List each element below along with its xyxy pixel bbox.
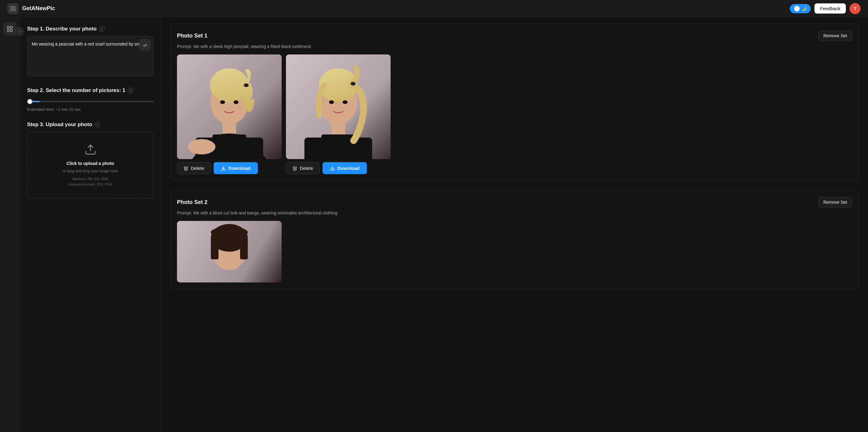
svg-rect-1 [13, 6, 16, 8]
upload-sub-text: or drag and drop your image here [63, 169, 118, 173]
picture-count-slider[interactable] [27, 101, 154, 102]
step1-title: Step 1. Describe your photo [27, 26, 97, 32]
photo-1-2-actions: Delete Download [286, 162, 391, 174]
photo-set-2-title: Photo Set 2 [177, 199, 208, 205]
download-photo-1-1-button[interactable]: Download [214, 162, 258, 174]
svg-rect-3 [13, 9, 16, 11]
upload-info-format: Accepted formats: JPG, PNG [68, 182, 112, 188]
svg-point-20 [234, 100, 239, 104]
svg-rect-7 [10, 30, 12, 31]
photo-set-1-header: Photo Set 1 Remove Set [177, 30, 852, 41]
delete-photo-1-2-button[interactable]: Delete [286, 162, 319, 174]
photo-card-1-1: Delete Download [177, 55, 282, 174]
trash-icon [183, 166, 188, 171]
step2-title: Step 2. Select the number of pictures: 1 [27, 88, 125, 94]
download-icon [221, 166, 226, 171]
step1-info-icon[interactable]: i [99, 26, 105, 32]
app-title: GetANewPic [22, 5, 55, 12]
chevron-right-icon: › [19, 29, 20, 34]
svg-point-19 [220, 100, 225, 104]
step3-info-icon[interactable]: i [95, 122, 100, 127]
photo-card-1-2: Delete Download [286, 55, 391, 174]
sidebar: › [0, 17, 20, 432]
photo-set-2: Photo Set 2 Remove Set Prompt: Me with a… [170, 190, 859, 290]
photo-image-1-1 [177, 55, 282, 159]
svg-point-17 [210, 68, 249, 102]
remove-set-1-button[interactable]: Remove Set [818, 30, 852, 41]
photo-set-1: Photo Set 1 Remove Set Prompt: Me with a… [170, 23, 859, 181]
step2-info-icon[interactable]: i [128, 88, 133, 93]
header-right: 🌙 Feedback T [790, 3, 861, 14]
app-header: GetANewPic 🌙 Feedback T [0, 0, 868, 17]
feedback-button[interactable]: Feedback [814, 3, 846, 13]
svg-point-30 [350, 82, 355, 86]
svg-point-18 [244, 84, 249, 87]
step2-title-container: Step 2. Select the number of pictures: 1… [27, 88, 154, 94]
logo-icon [7, 3, 19, 14]
dark-mode-toggle[interactable]: 🌙 [790, 4, 811, 13]
photo-image-2-1 [177, 221, 282, 283]
delete-photo-1-1-button[interactable]: Delete [177, 162, 211, 174]
main-layout: › Step 1. Describe your photo i ⇄ [0, 17, 868, 432]
upload-main-text: Click to upload a photo [66, 161, 114, 166]
right-content: Photo Set 1 Remove Set Prompt: Me with a… [161, 17, 868, 432]
svg-point-21 [188, 139, 215, 155]
sidebar-toggle[interactable]: › [15, 27, 24, 36]
prompt-textarea[interactable] [27, 36, 154, 76]
shuffle-button[interactable]: ⇄ [140, 39, 151, 51]
toggle-circle [794, 6, 800, 11]
upload-icon [84, 143, 97, 158]
photo-1-1-actions: Delete Download [177, 162, 282, 174]
picture-count-slider-wrapper [27, 98, 154, 103]
svg-rect-0 [11, 6, 12, 8]
header-left: GetANewPic [7, 3, 55, 14]
photo-set-2-grid [177, 221, 852, 283]
shuffle-icon: ⇄ [143, 42, 147, 48]
svg-rect-27 [321, 134, 355, 144]
toggle-icon: 🌙 [802, 6, 806, 11]
svg-point-40 [211, 227, 248, 238]
photo-image-1-2 [286, 55, 391, 159]
remove-set-2-button[interactable]: Remove Set [818, 197, 852, 207]
left-panel: Step 1. Describe your photo i ⇄ Step 2. … [20, 17, 161, 432]
upload-dropzone[interactable]: Click to upload a photo or drag and drop… [27, 132, 154, 198]
svg-rect-6 [7, 30, 9, 31]
svg-rect-2 [11, 9, 12, 11]
upload-info: Maximum file size: 2MB Accepted formats:… [68, 176, 112, 187]
download-photo-1-2-button[interactable]: Download [322, 162, 367, 174]
svg-rect-15 [212, 134, 246, 144]
svg-rect-5 [10, 27, 12, 28]
estimated-time: Estimated time: ~1 min 10 sec [27, 107, 154, 112]
step3-title-container: Step 3. Upload your photo i [27, 122, 154, 128]
upload-info-size: Maximum file size: 2MB [68, 176, 112, 182]
svg-rect-4 [7, 27, 9, 28]
prompt-wrapper: ⇄ [27, 36, 154, 77]
download-icon [330, 166, 335, 171]
photo-set-2-prompt: Prompt: Me with a blunt cut bob and bang… [177, 210, 852, 215]
photo-set-1-title: Photo Set 1 [177, 33, 208, 39]
photo-set-2-header: Photo Set 2 Remove Set [177, 197, 852, 207]
sidebar-grid-button[interactable] [3, 22, 17, 36]
photo-set-1-grid: Delete Download [177, 55, 852, 174]
trash-icon [292, 166, 297, 171]
svg-point-32 [343, 100, 347, 104]
step3-title: Step 3. Upload your photo [27, 122, 92, 128]
photo-set-1-prompt: Prompt: Me with a sleek high ponytail, w… [177, 44, 852, 49]
step2-section: Step 2. Select the number of pictures: 1… [27, 88, 154, 112]
avatar[interactable]: T [849, 3, 861, 14]
step3-section: Step 3. Upload your photo i Click to upl… [27, 122, 154, 198]
step1-title-container: Step 1. Describe your photo i [27, 26, 154, 32]
svg-point-31 [329, 100, 334, 104]
